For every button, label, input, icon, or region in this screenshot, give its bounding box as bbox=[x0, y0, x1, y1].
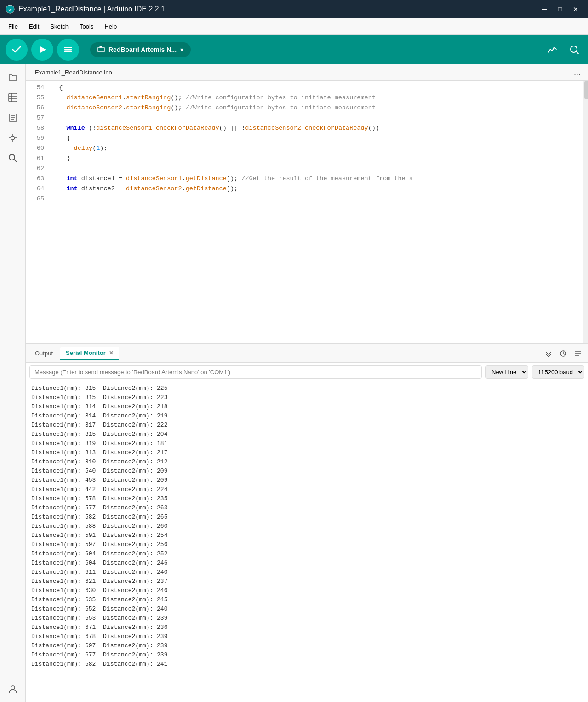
serial-line: Distance1(mm): 588 Distance2(mm): 260 bbox=[31, 522, 582, 531]
title-bar: ∞ Example1_ReadDistance | Arduino IDE 2.… bbox=[0, 0, 588, 18]
toolbar-right bbox=[544, 41, 582, 58]
baud-select[interactable]: 115200 baud bbox=[532, 365, 584, 379]
sidebar-user-button[interactable] bbox=[4, 680, 22, 698]
file-tab-more-menu[interactable]: ... bbox=[570, 66, 584, 79]
menu-edit[interactable]: Edit bbox=[24, 21, 44, 32]
serial-line: Distance1(mm): 313 Distance2(mm): 217 bbox=[31, 448, 582, 457]
newline-select[interactable]: New Line bbox=[485, 365, 528, 379]
sidebar-boards-button[interactable] bbox=[4, 88, 22, 107]
panel-tab-icons bbox=[542, 347, 584, 360]
serial-line: Distance1(mm): 635 Distance2(mm): 245 bbox=[31, 595, 582, 605]
serial-input-row: New Line 115200 baud bbox=[26, 363, 588, 382]
menu-tools[interactable]: Tools bbox=[75, 21, 98, 32]
clear-output-button[interactable] bbox=[571, 347, 584, 360]
close-button[interactable]: ✕ bbox=[569, 5, 582, 14]
sidebar-library-button[interactable] bbox=[4, 108, 22, 127]
serial-plotter-button[interactable] bbox=[544, 41, 560, 58]
serial-message-input[interactable] bbox=[29, 365, 482, 379]
serial-line: Distance1(mm): 582 Distance2(mm): 265 bbox=[31, 513, 582, 522]
sidebar bbox=[0, 64, 26, 702]
code-line-55: 55 distanceSensor1.startRanging(); //Wri… bbox=[26, 93, 588, 103]
arduino-logo-icon: ∞ bbox=[6, 5, 15, 14]
serial-line: Distance1(mm): 578 Distance2(mm): 235 bbox=[31, 494, 582, 503]
code-line-56: 56 distanceSensor2.startRanging(); //Wri… bbox=[26, 103, 588, 113]
menu-sketch[interactable]: Sketch bbox=[46, 21, 73, 32]
code-lines: 54 { 55 distanceSensor1.startRanging(); … bbox=[26, 81, 588, 206]
menu-bar: File Edit Sketch Tools Help bbox=[0, 18, 588, 35]
serial-line: Distance1(mm): 604 Distance2(mm): 252 bbox=[31, 549, 582, 559]
code-line-64: 64 int distance2 = distanceSensor2.getDi… bbox=[26, 184, 588, 194]
sidebar-folder-button[interactable] bbox=[4, 68, 22, 86]
code-editor[interactable]: 54 { 55 distanceSensor1.startRanging(); … bbox=[26, 81, 588, 343]
toolbar: RedBoard Artemis N... ▾ bbox=[0, 35, 588, 64]
code-line-57: 57 bbox=[26, 113, 588, 123]
svg-rect-3 bbox=[64, 47, 72, 48]
svg-rect-4 bbox=[64, 49, 72, 51]
code-line-60: 60 delay(1); bbox=[26, 143, 588, 154]
serial-line: Distance1(mm): 630 Distance2(mm): 246 bbox=[31, 586, 582, 595]
serial-line: Distance1(mm): 611 Distance2(mm): 240 bbox=[31, 568, 582, 577]
serial-line: Distance1(mm): 315 Distance2(mm): 225 bbox=[31, 384, 582, 393]
tab-output[interactable]: Output bbox=[29, 347, 58, 360]
code-line-61: 61 } bbox=[26, 154, 588, 164]
code-line-58: 58 while (!distanceSensor1.checkForDataR… bbox=[26, 123, 588, 133]
serial-line: Distance1(mm): 621 Distance2(mm): 237 bbox=[31, 577, 582, 586]
svg-rect-5 bbox=[64, 51, 72, 52]
verify-button[interactable] bbox=[6, 39, 28, 61]
serial-line: Distance1(mm): 677 Distance2(mm): 239 bbox=[31, 651, 582, 660]
svg-rect-7 bbox=[99, 46, 100, 48]
serial-line: Distance1(mm): 697 Distance2(mm): 239 bbox=[31, 641, 582, 651]
code-scrollbar-thumb[interactable] bbox=[584, 81, 588, 99]
svg-rect-8 bbox=[100, 46, 101, 48]
board-name: RedBoard Artemis N... bbox=[108, 46, 177, 53]
panel-tabs: Output Serial Monitor ✕ bbox=[26, 344, 588, 363]
menu-file[interactable]: File bbox=[4, 21, 23, 32]
serial-line: Distance1(mm): 315 Distance2(mm): 223 bbox=[31, 393, 582, 402]
serial-line: Distance1(mm): 671 Distance2(mm): 236 bbox=[31, 623, 582, 632]
board-selector[interactable]: RedBoard Artemis N... ▾ bbox=[90, 42, 191, 57]
code-line-54: 54 { bbox=[26, 83, 588, 93]
sidebar-bottom bbox=[4, 680, 22, 702]
debug-button[interactable] bbox=[57, 39, 79, 61]
upload-button[interactable] bbox=[31, 39, 53, 61]
title-bar-controls: ─ □ ✕ bbox=[537, 5, 582, 14]
serial-line: Distance1(mm): 314 Distance2(mm): 218 bbox=[31, 402, 582, 411]
serial-line: Distance1(mm): 682 Distance2(mm): 241 bbox=[31, 660, 582, 669]
board-dropdown-arrow: ▾ bbox=[180, 46, 183, 53]
svg-rect-12 bbox=[9, 93, 17, 102]
main-area: Example1_ReadDistance.ino ... 54 { 55 di… bbox=[0, 64, 588, 702]
code-line-59: 59 { bbox=[26, 133, 588, 143]
minimize-button[interactable]: ─ bbox=[537, 5, 551, 14]
serial-line: Distance1(mm): 577 Distance2(mm): 263 bbox=[31, 503, 582, 513]
serial-line: Distance1(mm): 453 Distance2(mm): 209 bbox=[31, 476, 582, 485]
serial-line: Distance1(mm): 678 Distance2(mm): 239 bbox=[31, 632, 582, 641]
timestamp-button[interactable] bbox=[557, 347, 570, 360]
svg-point-27 bbox=[11, 686, 15, 690]
serial-monitor-tab-close[interactable]: ✕ bbox=[109, 350, 114, 356]
serial-line: Distance1(mm): 319 Distance2(mm): 181 bbox=[31, 439, 582, 448]
menu-help[interactable]: Help bbox=[100, 21, 121, 32]
serial-monitor-button[interactable] bbox=[566, 41, 582, 58]
serial-line: Distance1(mm): 604 Distance2(mm): 246 bbox=[31, 559, 582, 568]
sidebar-debug-button[interactable] bbox=[4, 129, 22, 147]
title-bar-left: ∞ Example1_ReadDistance | Arduino IDE 2.… bbox=[6, 5, 165, 14]
serial-line: Distance1(mm): 540 Distance2(mm): 209 bbox=[31, 467, 582, 476]
code-scrollbar[interactable] bbox=[583, 81, 588, 343]
serial-line: Distance1(mm): 652 Distance2(mm): 240 bbox=[31, 605, 582, 614]
svg-rect-6 bbox=[98, 47, 104, 52]
tab-serial-monitor[interactable]: Serial Monitor ✕ bbox=[60, 347, 119, 360]
code-line-65: 65 bbox=[26, 194, 588, 204]
serial-line: Distance1(mm): 442 Distance2(mm): 224 bbox=[31, 485, 582, 494]
editor-area: Example1_ReadDistance.ino ... 54 { 55 di… bbox=[26, 64, 588, 702]
sidebar-search-button[interactable] bbox=[4, 149, 22, 167]
file-tab[interactable]: Example1_ReadDistance.ino bbox=[29, 66, 118, 79]
serial-line: Distance1(mm): 317 Distance2(mm): 222 bbox=[31, 421, 582, 430]
svg-point-20 bbox=[11, 136, 15, 140]
serial-line: Distance1(mm): 597 Distance2(mm): 256 bbox=[31, 540, 582, 549]
collapse-output-button[interactable] bbox=[542, 347, 555, 360]
serial-line: Distance1(mm): 315 Distance2(mm): 204 bbox=[31, 430, 582, 439]
maximize-button[interactable]: □ bbox=[553, 5, 567, 14]
code-line-63: 63 int distance1 = distanceSensor1.getDi… bbox=[26, 174, 588, 184]
svg-text:∞: ∞ bbox=[8, 7, 11, 12]
serial-line: Distance1(mm): 653 Distance2(mm): 239 bbox=[31, 614, 582, 623]
